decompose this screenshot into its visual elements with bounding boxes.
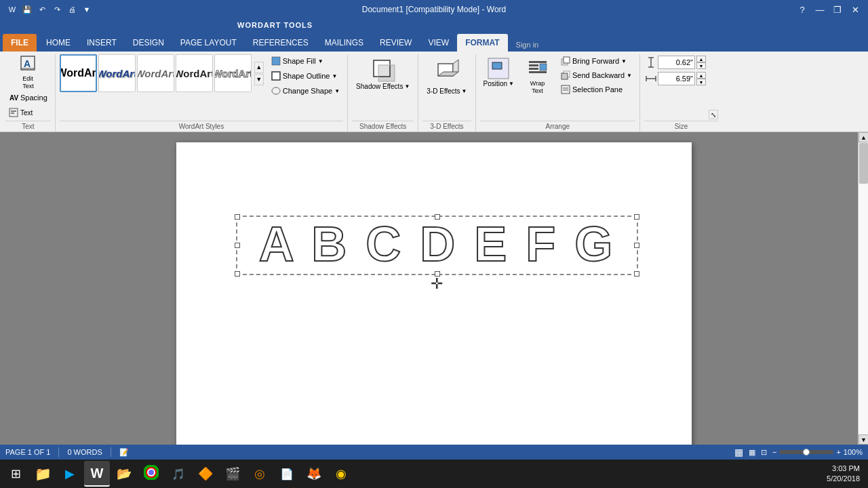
print-quick-btn[interactable]: 🖨	[65, 3, 79, 16]
undo-quick-btn[interactable]: ↶	[35, 3, 49, 16]
shape-fill-btn[interactable]: Shape Fill ▼	[268, 54, 343, 68]
zoom-slider[interactable]	[779, 450, 833, 454]
handle-top-right[interactable]	[634, 214, 639, 220]
scroll-thumb[interactable]	[859, 143, 868, 184]
minimize-btn[interactable]: —	[812, 2, 827, 17]
shadow-effects-btn[interactable]: Shadow Effects ▼	[352, 54, 414, 93]
shadow-effects-arrow[interactable]: ▼	[404, 83, 410, 89]
zoom-in-btn[interactable]: +	[836, 448, 840, 456]
wordart-style-1[interactable]: WordArt	[60, 54, 97, 92]
wordart-style-3[interactable]: WordArt	[137, 54, 174, 92]
position-btn[interactable]: Position ▼	[480, 54, 518, 90]
handle-bottom-left[interactable]	[235, 271, 240, 277]
tab-page-layout[interactable]: PAGE LAYOUT	[172, 34, 245, 52]
vertical-scrollbar[interactable]: ▲ ▼	[858, 132, 868, 445]
handle-mid-right[interactable]	[634, 243, 639, 248]
tab-design[interactable]: DESIGN	[125, 34, 172, 52]
3d-effects-icon	[433, 57, 461, 87]
wordart-style-2[interactable]: WordArt	[98, 54, 136, 92]
tab-mailings[interactable]: MAILINGS	[317, 34, 372, 52]
svg-rect-23	[561, 85, 570, 94]
wordart-scroll-up[interactable]: ▲	[254, 62, 264, 73]
send-backward-arrow[interactable]: ▼	[627, 73, 632, 79]
height-icon	[646, 57, 656, 68]
svg-text:AV: AV	[9, 94, 18, 102]
media-player-btn[interactable]: ▶	[57, 461, 83, 487]
winamp-btn[interactable]: 🎵	[165, 461, 191, 487]
proofing-icon[interactable]: 📝	[119, 448, 129, 457]
shape-outline-arrow[interactable]: ▼	[332, 73, 337, 79]
width-input[interactable]: 6.59"	[658, 72, 695, 85]
tab-references[interactable]: REFERENCES	[245, 34, 317, 52]
word-btn[interactable]: W	[84, 461, 110, 487]
clock-date: 5/20/2018	[827, 474, 860, 484]
start-btn[interactable]: ⊞	[3, 461, 28, 487]
chrome-btn[interactable]	[138, 461, 164, 487]
width-spin-up[interactable]: ▲	[696, 72, 706, 79]
layout-icon-2[interactable]: ▦	[749, 448, 755, 457]
bring-forward-arrow[interactable]: ▼	[621, 58, 627, 64]
svg-rect-15	[529, 64, 538, 66]
tab-insert[interactable]: INSERT	[79, 34, 125, 52]
change-shape-arrow[interactable]: ▼	[334, 88, 340, 94]
wordart-scroll-down[interactable]: ▼	[254, 74, 264, 85]
browser2-btn[interactable]: ◎	[247, 461, 273, 487]
handle-top-center[interactable]	[435, 214, 440, 220]
change-shape-btn[interactable]: Change Shape ▼	[268, 84, 343, 98]
height-spin-down[interactable]: ▼	[696, 62, 706, 69]
shape-fill-arrow[interactable]: ▼	[318, 58, 323, 64]
handle-bottom-right[interactable]	[634, 271, 639, 277]
shape-outline-btn[interactable]: Shape Outline ▼	[268, 69, 343, 83]
save-quick-btn[interactable]: 💾	[20, 3, 34, 16]
position-arrow[interactable]: ▼	[509, 81, 514, 87]
vlc-btn[interactable]: 🔶	[193, 461, 218, 487]
video-btn[interactable]: 🎬	[220, 461, 245, 487]
text-group-content: A EditText AV Spacing Text	[5, 54, 51, 119]
zoom-out-btn[interactable]: −	[772, 448, 776, 456]
spacing-btn[interactable]: AV Spacing	[5, 91, 51, 104]
close-btn[interactable]: ✕	[848, 2, 863, 17]
wordart-style-5[interactable]: WordArt	[214, 54, 252, 92]
scroll-up-btn[interactable]: ▲	[859, 132, 868, 142]
customize-quick-btn[interactable]: ▼	[80, 3, 94, 16]
send-backward-btn[interactable]: Send Backward ▼	[557, 68, 635, 82]
edit-text-btn[interactable]: A EditText	[5, 54, 51, 89]
bring-forward-btn[interactable]: Bring Forward ▼	[557, 54, 635, 68]
tab-review[interactable]: REVIEW	[372, 34, 420, 52]
width-spin-down[interactable]: ▼	[696, 79, 706, 85]
selection-pane-btn[interactable]: Selection Pane	[557, 83, 635, 96]
tab-view[interactable]: VIEW	[420, 34, 457, 52]
folder-btn[interactable]: 📂	[111, 461, 137, 487]
handle-top-left[interactable]	[235, 214, 240, 220]
tab-home[interactable]: HOME	[38, 34, 79, 52]
clock-time: 3:03 PM	[827, 464, 860, 474]
sign-in-link[interactable]: Sign in	[508, 38, 865, 52]
wrap-text-btn[interactable]: WrapText	[519, 54, 556, 98]
tab-format[interactable]: FORMAT	[457, 34, 507, 52]
scroll-down-btn[interactable]: ▼	[859, 434, 868, 445]
firefox-btn[interactable]: 🦊	[301, 461, 327, 487]
3d-effects-arrow[interactable]: ▼	[462, 88, 467, 94]
text-direction-btn[interactable]: Text	[5, 106, 51, 119]
file-explorer-btn[interactable]: 📁	[30, 461, 56, 487]
size-expand-btn[interactable]: ⤡	[709, 110, 718, 119]
focus-icon[interactable]: ⊡	[761, 448, 767, 457]
wordart-selection-box[interactable]: A B C D E F G ✛	[236, 216, 638, 275]
3d-effects-btn[interactable]: 3-D Effects ▼	[422, 54, 471, 98]
pdf-btn[interactable]: 📄	[274, 461, 300, 487]
tab-file[interactable]: FILE	[3, 34, 37, 52]
redo-quick-btn[interactable]: ↷	[50, 3, 64, 16]
wordart-styles-label: WordArt Styles	[60, 121, 343, 131]
handle-mid-left[interactable]	[235, 243, 240, 248]
svg-rect-4	[9, 108, 18, 117]
ribbon-group-shadow: Shadow Effects ▼ Shadow Effects	[348, 54, 418, 131]
last-app-btn[interactable]: ◉	[328, 461, 354, 487]
height-input[interactable]: 0.62"	[658, 56, 695, 69]
zoom-thumb[interactable]	[803, 449, 810, 455]
restore-btn[interactable]: ❐	[830, 2, 845, 17]
help-btn[interactable]: ?	[795, 2, 810, 17]
height-spin-up[interactable]: ▲	[696, 56, 706, 62]
layout-icon[interactable]: ▦	[734, 447, 743, 458]
document-area[interactable]: A B C D E F G ✛ ▲ ▼	[0, 132, 868, 445]
wordart-style-4[interactable]: WordArt	[176, 54, 213, 92]
